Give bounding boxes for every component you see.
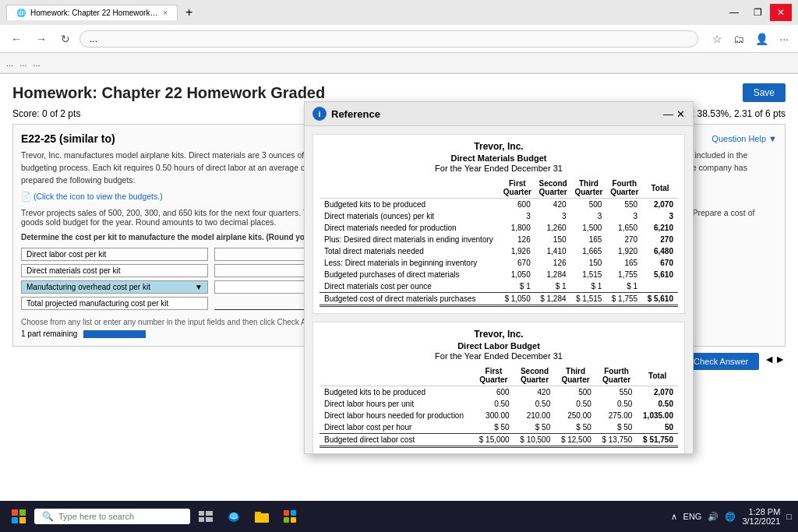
more-icon[interactable]: ··· (776, 31, 792, 47)
next-nav-icon[interactable]: ► (775, 353, 786, 370)
volume-icon[interactable]: 🔊 (708, 512, 719, 522)
dm-q4-cell: 3 (606, 210, 642, 222)
dm-total-cell: 5,610 (642, 269, 678, 280)
dl-q4-cell: 0.50 (596, 398, 637, 410)
restore-button[interactable]: ❐ (747, 4, 768, 21)
dl-header-q4: FourthQuarter (596, 365, 637, 386)
total-value-line (214, 298, 308, 310)
dl-header-q3: ThirdQuarter (555, 365, 596, 386)
direct-materials-budget: Trevor, Inc. Direct Materials Budget For… (312, 134, 685, 314)
dl-table-row: Direct labor hours per unit 0.50 0.50 0.… (320, 398, 678, 410)
check-answer-button[interactable]: Check Answer (683, 353, 759, 370)
address-bar[interactable] (79, 30, 698, 48)
up-arrow-icon[interactable]: ∧ (671, 512, 677, 522)
dl-total-cell: 0.50 (637, 398, 678, 410)
collections-icon[interactable]: 🗂 (730, 31, 747, 47)
new-tab-button[interactable]: + (181, 5, 197, 19)
dl-row-label: Direct labor hours per unit (320, 398, 473, 410)
minimize-button[interactable]: — (723, 4, 745, 21)
direct-materials-label-cell: Direct materials cost per kit (21, 264, 208, 277)
start-button[interactable] (6, 504, 31, 529)
dm-q4-cell: $ 1 (606, 280, 642, 293)
dl-table-row: Direct labor hours needed for production… (320, 410, 678, 421)
favorites-icon[interactable]: ☆ (709, 31, 726, 47)
active-tab[interactable]: 🌐 Homework: Chapter 22 Homework Graded × (6, 5, 178, 20)
file-explorer-icon[interactable] (249, 504, 274, 529)
search-bar[interactable]: 🔍 (34, 509, 190, 524)
dm-q1-cell: 126 (500, 234, 535, 245)
notifications-icon[interactable]: □ (786, 512, 792, 521)
dl-q3-cell: $ 50 (555, 421, 596, 434)
dl-header-total: Total (637, 365, 678, 386)
modal-body: Trevor, Inc. Direct Materials Budget For… (305, 126, 693, 453)
profile-icon[interactable]: 👤 (752, 31, 772, 47)
dm-q3-cell: 150 (571, 257, 607, 269)
bookmark-3[interactable]: ... (33, 58, 40, 68)
direct-labor-budget: Trevor, Inc. Direct Labor Budget For the… (312, 322, 685, 453)
refresh-button[interactable]: ↻ (56, 30, 75, 48)
direct-labor-label: Direct labor cost per kit (21, 248, 208, 261)
dm-q1-cell: 1,926 (500, 245, 535, 257)
dl-q1-cell: 300.00 (473, 410, 514, 421)
dm-q1-cell: 3 (500, 210, 535, 222)
mfg-overhead-label-cell: Manufacturing overhead cost per kit ▼ (21, 280, 208, 294)
info-icon: i (312, 107, 327, 121)
direct-materials-input[interactable] (214, 264, 308, 277)
edge-icon[interactable] (221, 504, 246, 529)
dl-q2-cell: 0.50 (514, 398, 556, 410)
modal-window-controls: — ✕ (663, 108, 685, 120)
modal-header: i Reference — ✕ (305, 102, 693, 126)
dm-q2-cell: 420 (535, 199, 571, 211)
save-button[interactable]: Save (743, 83, 786, 102)
bookmark-1[interactable]: ... (6, 58, 13, 68)
current-date: 3/12/2021 (742, 516, 780, 526)
dm-q2-cell: 150 (535, 234, 571, 245)
dm-q3-cell: 500 (571, 199, 607, 211)
dl-q1-cell: 600 (473, 386, 514, 399)
forward-button[interactable]: → (31, 30, 51, 48)
total-label: Total projected manufacturing cost per k… (21, 297, 208, 310)
network-icon[interactable]: 🌐 (725, 512, 736, 522)
direct-labor-input[interactable] (214, 248, 308, 261)
time-display: 1:28 PM 3/12/2021 (742, 507, 780, 526)
taskbar: 🔍 ∧ ENG 🔊 🌐 1:28 PM 3/12/2021 □ (0, 501, 798, 532)
dm-q4-cell: 1,920 (606, 245, 642, 257)
back-button[interactable]: ← (6, 30, 26, 48)
prev-nav-icon[interactable]: ◄ (764, 353, 775, 370)
dm-header-q4: FourthQuarter (606, 178, 642, 199)
dm-q1-cell: 670 (500, 257, 535, 269)
tab-title: Homework: Chapter 22 Homework Graded (30, 9, 158, 17)
svg-rect-3 (19, 517, 26, 523)
dm-q4-cell: 270 (606, 234, 642, 245)
question-help-button[interactable]: Question Help ▼ (711, 134, 777, 143)
dm-q2-cell: 3 (535, 210, 571, 222)
svg-rect-15 (291, 517, 296, 523)
svg-rect-13 (291, 510, 296, 516)
bookmark-2[interactable]: ... (19, 58, 26, 68)
mfg-overhead-input[interactable] (214, 280, 308, 294)
modal-minimize-button[interactable]: — (663, 108, 673, 120)
dropdown-arrow-icon: ▼ (195, 283, 203, 291)
dm-q3-cell: 165 (571, 234, 607, 245)
store-icon[interactable] (277, 504, 302, 529)
lang-icon: ENG (683, 512, 702, 521)
dl-q3-cell: 0.50 (555, 398, 596, 410)
dm-total-cell: 2,070 (642, 199, 678, 211)
task-view-button[interactable] (193, 504, 218, 529)
dl-total-cell: 50 (637, 421, 678, 434)
search-input[interactable] (58, 512, 168, 521)
dm-q2-cell: 1,260 (535, 222, 571, 234)
mfg-overhead-label[interactable]: Manufacturing overhead cost per kit ▼ (21, 280, 208, 294)
dm-total-cell: 670 (642, 257, 678, 269)
dl-row-label: Direct labor hours needed for production (320, 410, 473, 421)
dm-q2-cell: 126 (535, 257, 571, 269)
modal-close-button[interactable]: ✕ (676, 108, 685, 120)
dl-budget-table: FirstQuarter SecondQuarter ThirdQuarter … (320, 365, 678, 448)
part-remaining-text: 1 part remaining (21, 329, 77, 338)
dl-q2-cell: 210.00 (514, 410, 556, 421)
reference-modal: i Reference — ✕ Trevor, Inc. Direct Mate… (304, 101, 694, 454)
svg-rect-5 (206, 511, 213, 516)
nav-bar: ← → ↻ ☆ 🗂 👤 ··· (0, 25, 798, 53)
tab-close-button[interactable]: × (163, 9, 168, 17)
close-button[interactable]: ✕ (770, 4, 792, 21)
